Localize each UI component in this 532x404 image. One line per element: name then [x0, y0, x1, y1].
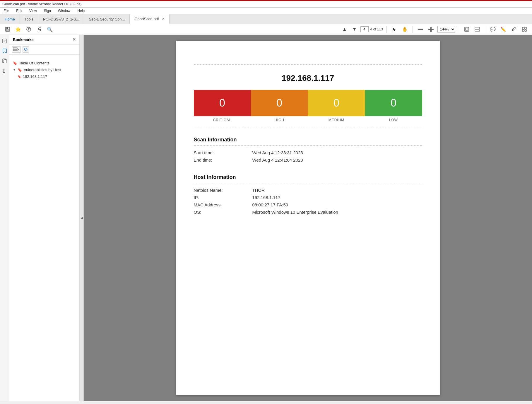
print-button[interactable]: 🖨 [35, 25, 43, 33]
host-info-title: Host Information [194, 174, 422, 180]
critical-value: 0 [219, 97, 225, 109]
zoom-out-button[interactable]: ➖ [416, 25, 425, 33]
bookmarks-list: 🔖 Table Of Contents ▼ 🔖 Vulnerabilities … [9, 57, 79, 401]
menu-view[interactable]: View [28, 8, 38, 13]
fit-page-button[interactable] [463, 25, 471, 33]
scroll-mode-button[interactable] [473, 25, 481, 33]
prev-page-button[interactable]: ▲ [341, 25, 349, 33]
bookmark-toc-icon: 🔖 [13, 61, 17, 65]
home-sidebar-icon[interactable] [1, 37, 8, 45]
bookmark-add-button[interactable]: ⭐ [14, 25, 22, 33]
scan-start-value: Wed Aug 4 12:33:31 2023 [252, 150, 303, 155]
tab-pci[interactable]: PCI-DSS-v3_2_1-S... [38, 14, 84, 24]
severity-low: 0 LOW [365, 90, 422, 122]
signature-button[interactable]: 🖊 [510, 25, 518, 33]
bookmark-toc[interactable]: 🔖 Table Of Contents [9, 60, 79, 66]
critical-label: CRITICAL [213, 118, 232, 122]
save-button[interactable] [4, 25, 12, 33]
bookmark-vuln-host[interactable]: ▼ 🔖 Vulnerabilities by Host [9, 66, 79, 73]
tab-sec1[interactable]: Sec-1 Security Con... [84, 14, 130, 24]
menu-edit[interactable]: Edit [15, 8, 23, 13]
next-page-button[interactable]: ▼ [350, 25, 359, 33]
page-input[interactable] [360, 26, 369, 32]
bookmark-vuln-label: Vulnerabilities by Host [24, 68, 61, 72]
hand-tool-button[interactable]: ✋ [401, 25, 409, 33]
bookmarks-header: Bookmarks ✕ [9, 35, 79, 44]
main-layout: Bookmarks ✕ ▾ 🔖 Table Of Contents ▼ 🔖 [0, 35, 532, 401]
title-bar-text: GoodScan.pdf - Adobe Acrobat Reader DC (… [2, 2, 81, 6]
tab-goodscan[interactable]: GoodScan.pdf ✕ [130, 14, 169, 24]
page-navigation: ▲ ▼ 4 of 113 [341, 25, 383, 33]
severity-high: 0 HIGH [251, 90, 308, 122]
bookmarks-panel: Bookmarks ✕ ▾ 🔖 Table Of Contents ▼ 🔖 [9, 35, 80, 401]
bookmark-ip-label: 192.168.1.117 [23, 74, 47, 79]
menu-help[interactable]: Help [76, 8, 86, 13]
svg-rect-12 [522, 30, 524, 31]
svg-rect-8 [475, 27, 480, 29]
cursor-tool-button[interactable] [390, 25, 398, 33]
tab-sec1-label: Sec-1 Security Con... [89, 17, 125, 21]
medium-value: 0 [333, 97, 339, 109]
scan-info-divider [194, 145, 422, 145]
tab-home-label: Home [5, 17, 15, 21]
scan-start-label: Start time: [194, 150, 252, 155]
scan-end-row: End time: Wed Aug 4 12:41:04 2023 [194, 158, 422, 162]
host-info-divider [194, 183, 422, 183]
scan-info-title: Scan Information [194, 137, 422, 143]
os-label: OS: [194, 210, 252, 215]
netbios-value: THOR [252, 188, 265, 193]
bookmarks-sidebar-icon[interactable] [1, 47, 8, 55]
scan-end-label: End time: [194, 158, 252, 162]
severity-critical: 0 CRITICAL [194, 90, 251, 122]
svg-rect-20 [13, 48, 17, 49]
bookmarks-toolbar: ▾ [9, 44, 79, 55]
bookmark-ip[interactable]: 🔖 192.168.1.117 [9, 73, 79, 80]
svg-marker-5 [393, 28, 396, 31]
svg-rect-21 [13, 49, 17, 51]
svg-rect-7 [466, 28, 468, 30]
bookmarks-options-button[interactable]: ▾ [12, 46, 21, 53]
menu-window[interactable]: Window [57, 8, 72, 13]
scan-end-value: Wed Aug 4 12:41:04 2023 [252, 158, 303, 162]
tab-bar: Home Tools PCI-DSS-v3_2_1-S... Sec-1 Sec… [0, 14, 532, 24]
toolbar: ⭐ 🖨 🔍 ▲ ▼ 4 of 113 ✋ ➖ ➕ 144% 100% 75% 5… [0, 24, 532, 35]
bookmarks-close-icon[interactable]: ✕ [72, 37, 76, 42]
pages-sidebar-icon[interactable] [1, 57, 8, 65]
mac-row: MAC Address: 08:00:27:17:FA:59 [194, 202, 422, 207]
bookmark-vuln-icon: 🔖 [18, 68, 22, 72]
svg-rect-1 [6, 27, 8, 29]
comment-button[interactable]: 💬 [489, 25, 497, 33]
tab-close-icon[interactable]: ✕ [162, 17, 165, 21]
svg-rect-10 [522, 27, 524, 29]
panel-collapse-handle[interactable]: ◀ [80, 35, 84, 401]
pdf-area[interactable]: 192.168.1.117 0 CRITICAL 0 HIGH [84, 35, 532, 401]
critical-box: 0 [194, 90, 251, 116]
attachments-sidebar-icon[interactable] [1, 67, 8, 75]
more-tools-button[interactable] [520, 25, 528, 33]
ip-row: IP: 192.168.1.117 [194, 195, 422, 200]
high-box: 0 [251, 90, 308, 116]
bookmark-toc-label: Table Of Contents [19, 61, 49, 65]
medium-label: MEDIUM [329, 118, 345, 122]
page-total: 4 of 113 [370, 27, 383, 31]
os-row: OS: Microsoft Windows 10 Enterprise Eval… [194, 210, 422, 215]
high-value: 0 [276, 97, 282, 109]
ip-value: 192.168.1.117 [252, 195, 280, 200]
zoom-in-button[interactable]: ➕ [427, 25, 435, 33]
bookmarks-tag-button[interactable] [23, 46, 29, 53]
bookmark-arrow-icon[interactable]: ▼ [13, 68, 16, 71]
search-button[interactable]: 🔍 [46, 25, 54, 33]
low-box: 0 [365, 90, 422, 116]
upload-button[interactable] [25, 25, 33, 33]
tab-home[interactable]: Home [0, 14, 20, 24]
menu-file[interactable]: File [2, 8, 10, 13]
low-label: LOW [389, 118, 398, 122]
os-value: Microsoft Windows 10 Enterprise Evaluati… [252, 210, 338, 215]
bookmarks-title: Bookmarks [13, 37, 34, 42]
zoom-select[interactable]: 144% 100% 75% 50% [437, 26, 455, 32]
severity-medium: 0 MEDIUM [308, 90, 365, 122]
svg-point-22 [25, 49, 25, 49]
pen-button[interactable]: ✏️ [499, 25, 507, 33]
tab-tools[interactable]: Tools [20, 14, 38, 24]
menu-sign[interactable]: Sign [43, 8, 52, 13]
